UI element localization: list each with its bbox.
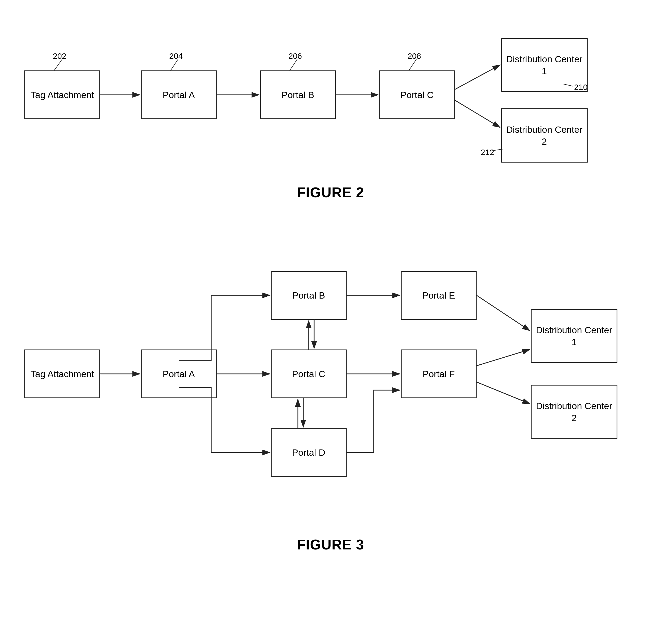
f3-portalC-box: Portal C — [271, 349, 347, 398]
ref-208: 208 — [407, 51, 421, 61]
ref-206: 206 — [288, 51, 302, 61]
page: Tag Attachment Portal A Portal B Portal … — [0, 0, 661, 644]
f3-portalE-box: Portal E — [401, 271, 477, 320]
ref-210: 210 — [574, 83, 588, 92]
figure2-label: FIGURE 2 — [11, 184, 650, 201]
f3-portalA-box: Portal A — [141, 349, 217, 398]
svg-line-24 — [477, 295, 530, 330]
svg-line-25 — [477, 349, 530, 366]
svg-line-5 — [455, 100, 500, 127]
svg-line-7 — [171, 59, 178, 70]
figure3-label: FIGURE 3 — [11, 536, 650, 553]
f2-portalB-box: Portal B — [260, 70, 336, 119]
ref-204: 204 — [169, 51, 183, 61]
svg-line-26 — [477, 382, 530, 404]
figure3-container: Tag Attachment Portal A Portal B Portal … — [11, 233, 650, 531]
figure2-container: Tag Attachment Portal A Portal B Portal … — [11, 27, 650, 179]
f3-dc1-box: Distribution Center1 — [531, 309, 617, 363]
ref-212: 212 — [481, 148, 494, 157]
f3-portalB-box: Portal B — [271, 271, 347, 320]
svg-line-6 — [54, 59, 62, 70]
f2-portalC-box: Portal C — [379, 70, 455, 119]
f2-tag-box: Tag Attachment — [24, 70, 100, 119]
f2-dc2-box: Distribution Center2 — [501, 108, 588, 163]
f3-dc2-box: Distribution Center2 — [531, 385, 617, 439]
f3-portalD-box: Portal D — [271, 428, 347, 477]
svg-line-4 — [455, 65, 500, 89]
svg-line-9 — [409, 59, 417, 70]
ref-202: 202 — [53, 51, 66, 61]
f2-portalA-box: Portal A — [141, 70, 217, 119]
f3-tag-box: Tag Attachment — [24, 349, 100, 398]
f3-portalF-box: Portal F — [401, 349, 477, 398]
svg-line-8 — [290, 59, 297, 70]
